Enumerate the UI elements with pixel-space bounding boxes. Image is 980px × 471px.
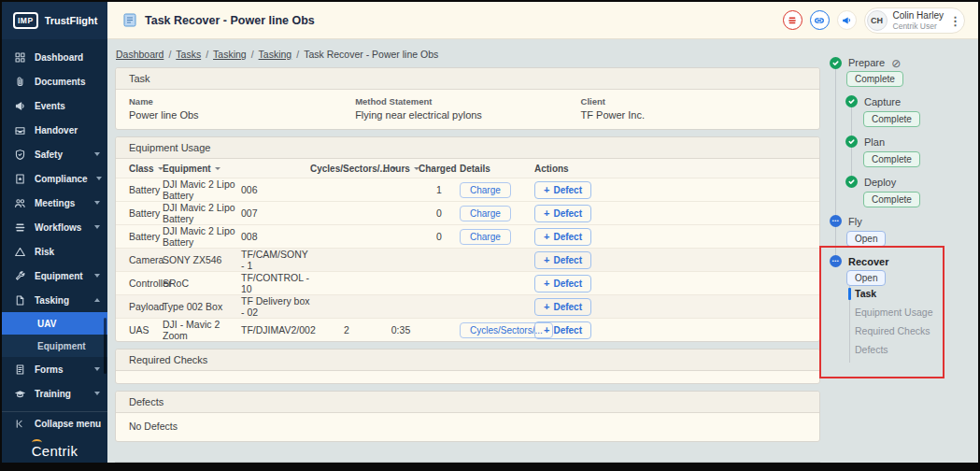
step-prepare[interactable]: Prepare	[830, 54, 901, 71]
plus-icon	[544, 324, 549, 335]
defects-title: Defects	[116, 392, 819, 413]
field-value: Flying near electrical pylons	[355, 109, 580, 121]
step-label: Deploy	[864, 177, 896, 188]
cell-equipment: DJI Mavic 2 Lipo Battery	[163, 202, 241, 224]
status-badge-prepare: Complete	[846, 71, 903, 87]
check-circle-icon	[845, 136, 858, 148]
breadcrumb-current: Task Recover - Power line Obs	[304, 49, 438, 60]
table-row: Controller SRoC TF/CONTROL - 10 Defect	[116, 272, 819, 295]
task-section-title: Task	[116, 68, 819, 90]
sidebar-item-workflows[interactable]: Workflows	[2, 215, 107, 239]
column-header-charged: Charged	[419, 164, 460, 174]
cell-charged: 1	[419, 184, 460, 195]
required-checks-empty-body	[116, 371, 819, 383]
breadcrumb: Dashboard/ Tasks/ Tasking/ Tasking/ Task…	[115, 40, 820, 67]
table-row: Payload Type 002 Box TF Delivery box - 0…	[116, 295, 819, 319]
table-row: UAS DJI - Mavic 2 Zoom TF/DJIMAV2/002 2 …	[116, 319, 819, 341]
sidebar-item-tasking[interactable]: Tasking	[2, 288, 107, 312]
sidebar-subitem-equipment[interactable]: Equipment	[2, 335, 107, 357]
cell-equipment: DJI Mavic 2 Lipo Battery	[163, 178, 241, 201]
sidebar-item-label: Equipment	[35, 271, 86, 281]
sidebar-item-forms[interactable]: Forms	[2, 357, 107, 381]
sidebar-item-events[interactable]: Events	[2, 93, 107, 118]
add-defect-button[interactable]: Defect	[534, 228, 591, 246]
circle-slash-icon[interactable]	[891, 54, 901, 71]
sidebar-item-label: Forms	[35, 364, 86, 375]
megaphone-icon	[14, 100, 26, 112]
sort-caret-icon	[215, 167, 220, 170]
column-header-hours[interactable]: Hours	[383, 164, 419, 174]
sidebar-item-meetings[interactable]: Meetings	[2, 191, 107, 215]
sidebar-item-label: Tasking	[35, 295, 86, 306]
charge-button[interactable]: Charge	[460, 182, 511, 198]
sidebar-item-label: Documents	[35, 77, 100, 87]
sidebar-item-label: Handover	[35, 125, 100, 136]
field-label: Method Statement	[355, 96, 580, 107]
cell-ref: 007	[241, 207, 310, 219]
cell-class: UAS	[129, 324, 163, 335]
plus-icon	[544, 207, 549, 219]
stack-icon[interactable]	[783, 10, 802, 30]
shield-icon	[14, 149, 26, 161]
task-field-name: Name Power line Obs	[129, 96, 355, 121]
chevron-down-icon	[94, 392, 100, 395]
status-badge-capture: Complete	[863, 111, 920, 127]
add-defect-button[interactable]: Defect	[534, 298, 591, 316]
charge-button[interactable]: Charge	[460, 206, 511, 221]
link-icon[interactable]	[810, 10, 830, 30]
logo[interactable]: IMP TrustFlight	[2, 2, 107, 39]
check-circle-icon	[845, 95, 858, 107]
step-plan[interactable]: Plan	[845, 136, 885, 148]
inbox-icon	[14, 124, 26, 136]
sidebar-item-training[interactable]: Training	[2, 381, 107, 406]
sidebar: IMP TrustFlight Dashboard Documents Even…	[2, 2, 107, 466]
required-checks-title: Required Checks	[116, 350, 819, 371]
task-field-method-statement: Method Statement Flying near electrical …	[355, 96, 580, 121]
column-header-class[interactable]: Class	[129, 164, 163, 174]
column-header-cycles[interactable]: Cycles/Sectors/...	[310, 164, 383, 174]
breadcrumb-link-tasking-2[interactable]: Tasking	[259, 49, 292, 60]
task-field-client: Client TF Power Inc.	[581, 96, 806, 121]
sidebar-item-documents[interactable]: Documents	[2, 69, 107, 93]
status-badge-deploy: Complete	[863, 192, 920, 207]
field-value: TF Power Inc.	[581, 109, 806, 121]
plus-icon	[544, 231, 549, 242]
cell-class: Controller	[129, 278, 163, 289]
status-badge-fly: Open	[846, 231, 886, 247]
certificate-icon	[14, 173, 26, 185]
add-defect-button[interactable]: Defect	[534, 205, 591, 222]
announce-megaphone-icon[interactable]	[837, 10, 857, 30]
column-header-actions: Actions	[534, 164, 806, 174]
sidebar-item-risk[interactable]: Risk	[2, 239, 107, 264]
cell-equipment: DJI - Mavic 2 Zoom	[163, 319, 241, 341]
table-row: Camera SONY ZX546 TF/CAM/SONY - 1 Defect	[116, 249, 819, 272]
add-defect-button[interactable]: Defect	[534, 321, 591, 339]
sidebar-item-safety[interactable]: Safety	[2, 142, 107, 166]
collapse-menu-button[interactable]: Collapse menu	[2, 411, 107, 435]
step-capture[interactable]: Capture	[845, 95, 901, 107]
sidebar-item-handover[interactable]: Handover	[2, 118, 107, 142]
sidebar-subitem-label: UAV	[37, 319, 56, 329]
add-defect-button[interactable]: Defect	[534, 275, 591, 293]
breadcrumb-link-tasking[interactable]: Tasking	[213, 49, 247, 60]
breadcrumb-link-tasks[interactable]: Tasks	[176, 49, 201, 60]
add-defect-button[interactable]: Defect	[534, 181, 591, 199]
column-header-equipment[interactable]: Equipment	[163, 164, 241, 174]
sidebar-item-compliance[interactable]: Compliance	[2, 166, 107, 191]
step-fly[interactable]: Fly	[830, 215, 862, 227]
step-deploy[interactable]: Deploy	[845, 176, 896, 188]
cell-class: Payload	[129, 301, 163, 312]
add-defect-button[interactable]: Defect	[534, 251, 591, 269]
cell-class: Camera	[129, 254, 163, 265]
sidebar-scrollbar[interactable]	[104, 318, 107, 374]
charge-button[interactable]: Charge	[460, 229, 511, 245]
sidebar-item-equipment[interactable]: Equipment	[2, 264, 107, 288]
breadcrumb-link-dashboard[interactable]: Dashboard	[116, 49, 163, 60]
kebab-menu-icon[interactable]	[949, 12, 959, 29]
user-menu[interactable]: CH Colin Harley Centrik User	[864, 7, 965, 34]
sidebar-item-dashboard[interactable]: Dashboard	[2, 45, 107, 69]
step-label: Plan	[864, 136, 885, 148]
dashboard-icon	[14, 51, 26, 64]
timeline-connector	[835, 64, 836, 261]
sidebar-subitem-uav[interactable]: UAV	[2, 312, 107, 335]
